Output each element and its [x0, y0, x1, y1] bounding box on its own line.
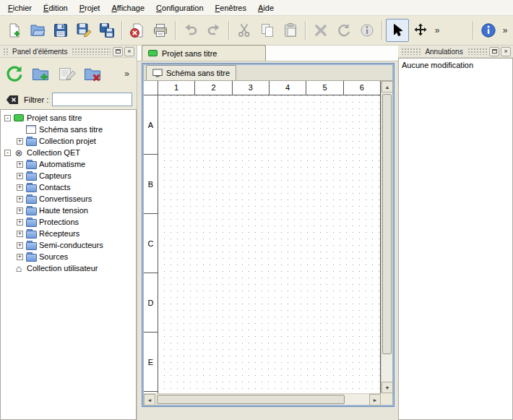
tree-item-schema[interactable]: Schéma sans titre [1, 124, 136, 135]
tree-item-semi-conducteurs[interactable]: +Semi-conducteurs [1, 239, 136, 251]
paste-icon [283, 22, 298, 38]
menu-edition[interactable]: Édition [38, 1, 74, 14]
tree-item-automatisme[interactable]: +Automatisme [1, 158, 136, 170]
mdi-area: Projet sans titre Schéma sans titre 1 [137, 46, 398, 420]
menu-affichage[interactable]: Affichage [105, 1, 150, 14]
float-undo-panel-button[interactable] [489, 47, 499, 56]
schema-grid[interactable] [158, 95, 380, 393]
print-icon [152, 22, 168, 38]
new-document-icon [7, 22, 22, 38]
rotate-icon [336, 22, 352, 38]
toolbar-overflow-button[interactable]: » [432, 19, 442, 42]
clear-filter-button[interactable] [4, 93, 20, 106]
paste-button[interactable] [279, 19, 302, 42]
horizontal-scroll-track[interactable] [155, 394, 369, 405]
column-header: 2 [195, 81, 232, 95]
new-element-button[interactable] [29, 62, 52, 85]
tree-item-contacts[interactable]: +Contacts [1, 181, 136, 193]
folder-icon [26, 229, 36, 239]
vertical-scrollbar[interactable]: ▲ ▼ [381, 81, 392, 393]
expand-icon[interactable]: + [17, 231, 23, 237]
expand-icon[interactable]: + [17, 173, 23, 179]
menu-fenetres[interactable]: Fenêtres [210, 1, 252, 14]
scroll-down-button[interactable]: ▼ [381, 382, 393, 393]
copy-button[interactable] [256, 19, 279, 42]
undo-list[interactable]: Aucune modification [398, 58, 513, 420]
redo-button[interactable] [202, 19, 225, 42]
tree-item-protections[interactable]: +Protections [1, 216, 136, 228]
mdi-background: Schéma sans titre 1 2 3 4 5 6 [137, 61, 398, 420]
save-all-button[interactable] [95, 19, 118, 42]
print-button[interactable] [149, 19, 172, 42]
expand-icon[interactable]: + [17, 138, 23, 145]
save-as-button[interactable] [72, 19, 95, 42]
panel-toolbar-overflow-button[interactable]: » [124, 69, 129, 79]
tab-project[interactable]: Projet sans titre [142, 45, 266, 61]
select-mode-button[interactable] [386, 19, 409, 42]
close-panel-button[interactable]: × [124, 47, 134, 56]
project-window[interactable]: Schéma sans titre 1 2 3 4 5 6 [142, 64, 394, 406]
filter-input[interactable] [52, 93, 132, 106]
schema-paper[interactable]: 1 2 3 4 5 6 A B C D [144, 81, 381, 393]
delete-button[interactable] [309, 19, 332, 42]
expand-icon[interactable]: + [17, 219, 23, 226]
scroll-right-button[interactable]: ► [369, 394, 381, 406]
horizontal-scroll-thumb[interactable] [157, 395, 345, 404]
vertical-scroll-thumb[interactable] [382, 94, 392, 354]
tree-item-sources[interactable]: +Sources [1, 251, 136, 262]
expand-icon[interactable]: + [17, 254, 23, 260]
open-button[interactable] [26, 19, 49, 42]
schema-tabbar: Schéma sans titre [144, 65, 392, 81]
expand-icon[interactable]: + [17, 184, 23, 191]
undo-dock-titlebar[interactable]: Annulations × [398, 46, 513, 58]
conductor-info-button[interactable] [355, 19, 379, 42]
tree-item-haute-tension[interactable]: +Haute tension [1, 205, 136, 216]
scroll-left-button[interactable]: ◄ [144, 394, 155, 406]
tree-item-collection-qet[interactable]: -Collection QET [1, 147, 136, 158]
elements-panel-titlebar[interactable]: Panel d'éléments × [0, 46, 137, 58]
tree-item-project[interactable]: -Projet sans titre [1, 112, 136, 124]
row-header: C [144, 214, 158, 273]
close-document-button[interactable] [126, 19, 149, 42]
menu-fichier[interactable]: Fichier [2, 1, 38, 14]
tree-item-recepteurs[interactable]: +Récepteurs [1, 228, 136, 239]
toolbar-separator [175, 21, 176, 40]
edit-element-button[interactable] [55, 62, 78, 85]
tab-schema[interactable]: Schéma sans titre [146, 65, 236, 80]
scroll-up-button[interactable]: ▲ [381, 81, 393, 93]
delete-element-button[interactable] [81, 62, 104, 85]
cut-button[interactable] [233, 19, 256, 42]
expand-icon[interactable]: + [17, 242, 23, 249]
horizontal-scrollbar[interactable]: ◄ ► [144, 393, 381, 405]
undo-button[interactable] [179, 19, 202, 42]
float-panel-button[interactable] [113, 47, 123, 56]
tree-item-collection-projet[interactable]: +Collection projet [1, 135, 136, 147]
expand-icon[interactable]: + [17, 161, 23, 168]
menu-projet[interactable]: Projet [74, 1, 106, 14]
collapse-icon[interactable]: - [4, 115, 11, 121]
tree-item-capteurs[interactable]: +Capteurs [1, 170, 136, 181]
save-button[interactable] [49, 19, 72, 42]
help-overflow-button[interactable]: » [500, 19, 510, 42]
move-mode-button[interactable] [409, 19, 432, 42]
tree-item-convertisseurs[interactable]: +Convertisseurs [1, 193, 136, 205]
new-element-icon [31, 64, 50, 83]
vertical-scroll-track[interactable] [381, 93, 392, 382]
redo-icon [206, 22, 222, 38]
expand-icon[interactable]: + [17, 196, 23, 202]
column-header: 4 [270, 81, 306, 95]
reload-collections-button[interactable] [3, 62, 26, 85]
tree-item-label: Contacts [39, 183, 70, 192]
menu-configuration[interactable]: Configuration [150, 1, 209, 14]
column-header: 3 [233, 81, 270, 95]
expand-icon[interactable]: + [17, 207, 23, 214]
info-icon [480, 22, 496, 38]
elements-tree[interactable]: -Projet sans titre Schéma sans titre +Co… [0, 109, 137, 420]
collapse-icon[interactable]: - [4, 150, 11, 156]
new-document-button[interactable] [3, 19, 26, 42]
about-button[interactable] [477, 19, 500, 42]
close-undo-panel-button[interactable]: × [501, 47, 511, 56]
menu-aide[interactable]: Aide [252, 1, 280, 14]
tree-item-collection-utilisateur[interactable]: Collection utilisateur [1, 262, 136, 274]
rotate-button[interactable] [332, 19, 355, 42]
